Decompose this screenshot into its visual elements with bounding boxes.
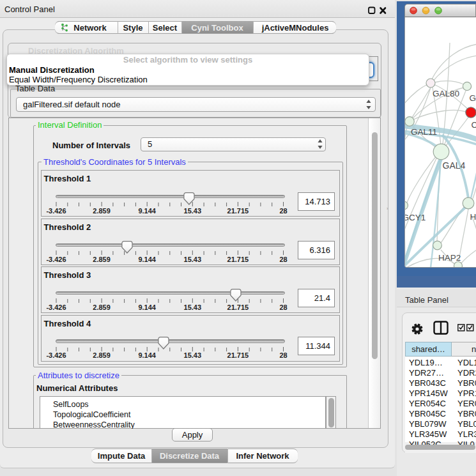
svg-text:H: H — [470, 212, 476, 222]
svg-text:GAL80: GAL80 — [433, 89, 459, 98]
svg-text:HAP2: HAP2 — [438, 253, 461, 263]
svg-text:GCY1: GCY1 — [405, 213, 426, 222]
svg-text:GAL11: GAL11 — [411, 127, 437, 137]
svg-text:GAL4: GAL4 — [443, 160, 466, 171]
svg-text:GA: GA — [470, 93, 476, 103]
svg-text:C: C — [472, 120, 476, 130]
